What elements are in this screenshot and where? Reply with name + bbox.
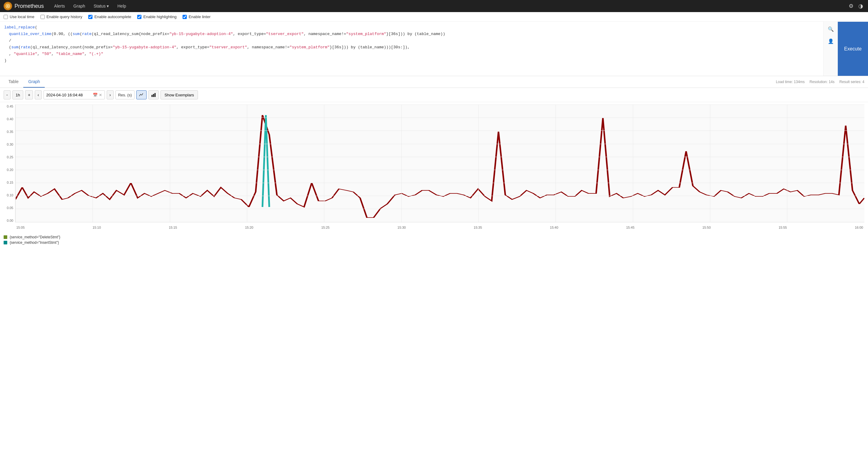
svg-rect-4 [154, 93, 156, 97]
legend-label-insertstmt: {service_method="InsertStmt"} [10, 240, 59, 245]
legend-item-deletestmt: {service_method="DeleteStmt"} [4, 235, 864, 239]
chart-plot [15, 104, 864, 222]
enable-query-history-checkbox[interactable] [40, 15, 45, 19]
chart-svg [16, 104, 864, 222]
legend-item-insertstmt: {service_method="InsertStmt"} [4, 240, 864, 245]
enable-linter-option[interactable]: Enable linter [183, 14, 210, 19]
resolution-input[interactable]: Res. (s) [116, 90, 135, 99]
nav-alerts[interactable]: Alerts [51, 0, 68, 12]
tabs-meta: Load time: 134ms Resolution: 14s Result … [776, 80, 864, 84]
settings-icon-btn[interactable]: ⚙ [847, 1, 855, 10]
resolution: Resolution: 14s [810, 80, 835, 84]
enable-autocomplete-option[interactable]: Enable autocomplete [88, 14, 131, 19]
enable-autocomplete-label: Enable autocomplete [94, 14, 131, 19]
options-bar: Use local time Enable query history Enab… [0, 12, 868, 22]
prometheus-logo [4, 2, 12, 10]
stacked-chart-icon [151, 93, 156, 97]
chart-container: 0.45 0.40 0.35 0.30 0.25 0.20 0.15 0.10 … [0, 102, 868, 233]
use-local-time-label: Use local time [10, 14, 34, 19]
enable-linter-label: Enable linter [189, 14, 210, 19]
calendar-icon: 📅 [93, 93, 98, 97]
svg-rect-2 [151, 95, 153, 97]
search-icon[interactable]: 🔍 [826, 24, 836, 34]
chart-wrapper: 0.45 0.40 0.35 0.30 0.25 0.20 0.15 0.10 … [2, 104, 864, 231]
result-series: Result series: 4 [839, 80, 864, 84]
y-axis: 0.45 0.40 0.35 0.30 0.25 0.20 0.15 0.10 … [2, 104, 15, 222]
app-title: Prometheus [14, 3, 44, 9]
query-sidebar: 🔍 👤 [823, 22, 838, 76]
use-local-time-checkbox[interactable] [4, 15, 8, 19]
datetime-input-field[interactable] [46, 93, 92, 97]
execute-button[interactable]: Execute [838, 22, 868, 76]
svg-point-1 [7, 5, 9, 7]
zoom-in-button[interactable]: + [25, 90, 33, 99]
nav-status-dropdown[interactable]: Status ▾ [91, 0, 112, 12]
prev-time-button[interactable]: ‹ [35, 90, 42, 99]
enable-highlighting-option[interactable]: Enable highlighting [137, 14, 177, 19]
stacked-chart-button[interactable] [148, 90, 159, 99]
legend-label-deletestmt: {service_method="DeleteStmt"} [10, 235, 60, 239]
enable-highlighting-checkbox[interactable] [137, 15, 142, 19]
load-time: Load time: 134ms [776, 80, 805, 84]
x-axis: 15:05 15:10 15:15 15:20 15:25 15:30 15:3… [15, 224, 864, 231]
enable-highlighting-label: Enable highlighting [143, 14, 177, 19]
enable-query-history-option[interactable]: Enable query history [40, 14, 83, 19]
enable-linter-checkbox[interactable] [183, 15, 187, 19]
nav-help[interactable]: Help [114, 0, 129, 12]
dark-mode-icon-btn[interactable]: ◑ [857, 1, 864, 10]
query-editor[interactable]: label_replace( quantile_over_time(0.90, … [0, 22, 823, 76]
query-editor-area: label_replace( quantile_over_time(0.90, … [0, 22, 868, 76]
zoom-out-button[interactable]: - [4, 90, 10, 99]
nav-graph[interactable]: Graph [70, 0, 88, 12]
nav-right-actions: ⚙ ◑ [847, 1, 864, 10]
chart-legend: {service_method="DeleteStmt"} {service_m… [0, 233, 868, 247]
tabs-bar: Table Graph Load time: 134ms Resolution:… [0, 76, 868, 88]
line-chart-button[interactable] [136, 90, 147, 99]
clear-datetime-icon[interactable]: ✕ [99, 93, 102, 97]
enable-query-history-label: Enable query history [46, 14, 83, 19]
enable-autocomplete-checkbox[interactable] [88, 15, 92, 19]
graph-controls: - 1h + ‹ 📅 ✕ › Res. (s) Show Exemplars [0, 88, 868, 102]
duration-button[interactable]: 1h [12, 90, 23, 99]
show-exemplars-button[interactable]: Show Exemplars [160, 90, 198, 99]
next-time-button[interactable]: › [107, 90, 114, 99]
tab-table[interactable]: Table [4, 76, 23, 88]
svg-rect-3 [153, 94, 154, 97]
legend-color-insertstmt [4, 241, 7, 244]
tab-graph[interactable]: Graph [23, 76, 45, 88]
use-local-time-option[interactable]: Use local time [4, 14, 34, 19]
legend-color-deletestmt [4, 235, 7, 239]
top-navigation: Prometheus Alerts Graph Status ▾ Help ⚙ … [0, 0, 868, 12]
datetime-picker[interactable]: 📅 ✕ [43, 90, 105, 99]
line-chart-icon [139, 93, 144, 97]
user-icon[interactable]: 👤 [826, 36, 836, 46]
